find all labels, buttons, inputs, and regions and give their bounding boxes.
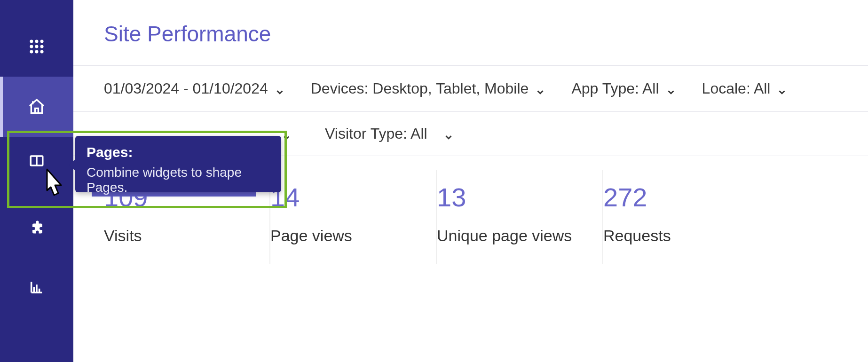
sidebar-item-home[interactable] bbox=[0, 77, 73, 137]
filter-locale-label: Locale: All bbox=[702, 80, 771, 97]
chevron-down-icon bbox=[535, 84, 545, 94]
svg-point-1 bbox=[35, 39, 39, 43]
app-root: Site Performance 01/03/2024 - 01/10/2024… bbox=[0, 0, 868, 362]
home-icon bbox=[27, 97, 47, 117]
tooltip-title: Pages: bbox=[87, 144, 270, 160]
metric-value: 272 bbox=[603, 182, 770, 212]
filter-visitor-type[interactable]: Visitor Type: All bbox=[325, 125, 454, 142]
filter-row-1: 01/03/2024 - 01/10/2024 Devices: Desktop… bbox=[73, 66, 868, 112]
svg-point-0 bbox=[30, 39, 33, 43]
columns-icon bbox=[27, 151, 47, 171]
metric-card-unique-pageviews[interactable]: 13 Unique page views bbox=[437, 170, 603, 264]
chevron-down-icon bbox=[275, 84, 285, 94]
sidebar bbox=[0, 0, 73, 362]
filter-date-range-label: 01/03/2024 - 01/10/2024 bbox=[104, 80, 268, 97]
filter-visitor-type-label: Visitor Type: All bbox=[325, 125, 427, 142]
svg-point-5 bbox=[40, 45, 44, 48]
svg-point-4 bbox=[35, 45, 39, 48]
chevron-down-icon bbox=[666, 84, 676, 94]
sidebar-item-pages[interactable] bbox=[0, 137, 73, 197]
svg-point-2 bbox=[40, 39, 44, 43]
filter-app-type[interactable]: App Type: All bbox=[571, 80, 676, 97]
metric-label: Requests bbox=[603, 227, 770, 245]
svg-point-8 bbox=[40, 50, 44, 54]
bar-chart-icon bbox=[27, 277, 47, 297]
svg-point-7 bbox=[35, 50, 39, 54]
sidebar-item-apps[interactable] bbox=[0, 16, 73, 77]
filter-devices-label: Devices: Desktop, Tablet, Mobile bbox=[311, 80, 529, 97]
puzzle-icon bbox=[27, 217, 47, 237]
sidebar-item-analytics[interactable] bbox=[0, 257, 73, 317]
metric-label: Unique page views bbox=[437, 227, 602, 245]
pages-tooltip: Pages: Combine widgets to shape Pages. bbox=[75, 136, 281, 192]
metric-value: 13 bbox=[437, 182, 602, 212]
title-bar: Site Performance bbox=[73, 0, 868, 66]
apps-grid-icon bbox=[27, 37, 47, 56]
metric-label: Visits bbox=[104, 227, 269, 245]
page-title: Site Performance bbox=[104, 21, 868, 47]
chevron-down-icon bbox=[777, 84, 787, 94]
metric-card-requests[interactable]: 272 Requests bbox=[603, 170, 770, 264]
chevron-down-icon bbox=[443, 129, 454, 139]
svg-point-6 bbox=[30, 50, 33, 54]
tooltip-description: Combine widgets to shape Pages. bbox=[87, 165, 270, 195]
filter-locale[interactable]: Locale: All bbox=[702, 80, 788, 97]
metric-card-pageviews[interactable]: 14 Page views bbox=[270, 170, 437, 264]
filter-devices[interactable]: Devices: Desktop, Tablet, Mobile bbox=[311, 80, 546, 97]
chevron-down-icon bbox=[282, 129, 292, 139]
filter-app-type-label: App Type: All bbox=[571, 80, 659, 97]
metric-value: 14 bbox=[270, 182, 436, 212]
metric-label: Page views bbox=[270, 227, 436, 245]
sidebar-item-plugins[interactable] bbox=[0, 197, 73, 257]
filter-date-range[interactable]: 01/03/2024 - 01/10/2024 bbox=[104, 80, 285, 97]
svg-point-3 bbox=[30, 45, 33, 48]
